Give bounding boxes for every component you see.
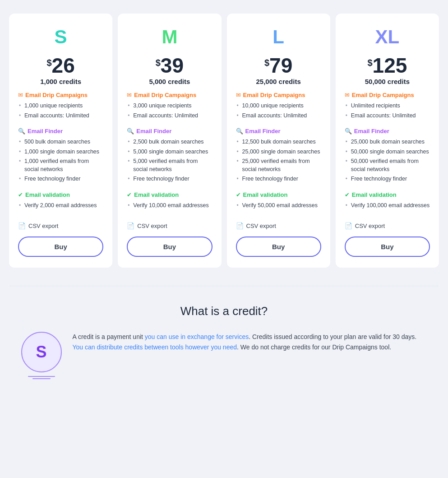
csv-text-l: CSV export [246,223,276,229]
price-dollar-l: $ [264,58,269,68]
feature-section-l-validation: ✔Email validationVerify 50,000 email add… [236,191,321,213]
credit-section: What is a credit? S A credit is a paymen… [0,286,448,397]
price-amount-m: 39 [161,55,184,76]
feature-header-text-l-finder[interactable]: Email Finder [245,128,281,135]
feature-icon-l-finder: 🔍 [236,128,243,135]
feature-item-l-finder-2: 25,000 verified emails from social netwo… [236,157,321,174]
credit-coin-icon: S [21,332,62,372]
credit-coin-letter: S [36,343,46,362]
csv-text-s: CSV export [28,223,58,229]
price-amount-l: 79 [269,55,292,76]
plan-letter-l: L [272,26,284,48]
plan-letter-xl: XL [375,26,400,48]
feature-list-xl-finder: 25,000 bulk domain searches50,000 single… [345,137,430,184]
feature-header-l-drip: ✉Email Drip Campaigns [236,92,321,98]
feature-item-l-finder-3: Free technology finder [236,174,321,184]
feature-header-text-s-drip[interactable]: Email Drip Campaigns [25,92,88,98]
feature-list-xl-validation: Verify 100,000 email addresses [345,201,430,211]
plan-letter-m: M [162,26,177,48]
credit-link-1: you can use in exchange for services [145,333,249,340]
feature-header-s-finder: 🔍Email Finder [18,128,103,135]
feature-item-xl-finder-1: 50,000 single domain searches [345,147,430,157]
price-dollar-xl: $ [367,58,372,68]
feature-section-s-validation: ✔Email validationVerify 2,000 email addr… [18,191,103,213]
feature-item-l-drip-0: 10,000 unique recipients [236,101,321,111]
feature-header-text-l-validation[interactable]: Email validation [243,191,288,198]
feature-header-xl-validation: ✔Email validation [345,191,430,198]
feature-item-s-finder-3: Free technology finder [18,174,103,184]
plan-credits-m: 5,000 credits [149,78,190,85]
feature-icon-m-validation: ✔ [127,191,132,198]
coin-lines [28,376,55,379]
feature-header-text-xl-drip[interactable]: Email Drip Campaigns [352,92,414,98]
credit-link-2: You can distribute credits between tools… [73,343,237,351]
feature-list-m-finder: 2,500 bulk domain searches5,000 single d… [127,137,212,184]
buy-button-m[interactable]: Buy [127,237,212,257]
feature-header-xl-drip: ✉Email Drip Campaigns [345,92,430,98]
csv-row-l: 📄CSV export [236,222,321,229]
feature-header-text-m-validation[interactable]: Email validation [134,191,179,198]
feature-icon-l-drip: ✉ [236,92,241,98]
buy-button-s[interactable]: Buy [18,237,103,257]
csv-row-s: 📄CSV export [18,222,103,229]
feature-header-m-drip: ✉Email Drip Campaigns [127,92,212,98]
feature-section-m-validation: ✔Email validationVerify 10,000 email add… [127,191,212,213]
feature-header-text-m-finder[interactable]: Email Finder [136,128,171,135]
credit-title: What is a credit? [14,304,434,318]
feature-header-text-xl-finder[interactable]: Email Finder [354,128,389,135]
price-amount-xl: 125 [373,55,407,76]
plan-credits-s: 1,000 credits [40,78,81,85]
csv-icon-xl: 📄 [345,222,352,229]
plan-credits-l: 25,000 credits [256,78,301,85]
feature-header-text-xl-validation[interactable]: Email validation [352,191,397,198]
plan-card-l: L$7925,000 credits✉Email Drip Campaigns1… [227,14,330,268]
csv-row-m: 📄CSV export [127,222,212,229]
feature-item-s-finder-0: 500 bulk domain searches [18,137,103,147]
feature-list-l-drip: 10,000 unique recipientsEmail accounts: … [236,101,321,121]
feature-item-m-validation-0: Verify 10,000 email addresses [127,201,212,211]
feature-list-m-drip: 3,000 unique recipientsEmail accounts: U… [127,101,212,121]
feature-header-text-m-drip[interactable]: Email Drip Campaigns [134,92,196,98]
feature-section-s-drip: ✉Email Drip Campaigns1,000 unique recipi… [18,92,103,123]
coin-line-1 [28,376,55,377]
feature-header-m-validation: ✔Email validation [127,191,212,198]
feature-section-xl-drip: ✉Email Drip CampaignsUnlimited recipient… [345,92,430,123]
feature-list-l-validation: Verify 50,000 email addresses [236,201,321,211]
feature-item-xl-finder-0: 25,000 bulk domain searches [345,137,430,147]
coin-line-2 [32,378,51,379]
plan-letter-s: S [55,26,67,48]
credit-body: S A credit is a payment unit you can use… [21,332,427,379]
csv-icon-s: 📄 [18,222,26,229]
feature-item-m-finder-0: 2,500 bulk domain searches [127,137,212,147]
feature-header-l-validation: ✔Email validation [236,191,321,198]
price-dollar-s: $ [46,58,51,68]
feature-item-xl-finder-2: 50,000 verified emails from social netwo… [345,157,430,174]
plan-price-m: $39 [156,55,184,76]
csv-icon-m: 📄 [127,222,134,229]
feature-header-text-s-finder[interactable]: Email Finder [28,128,63,135]
feature-item-xl-finder-3: Free technology finder [345,174,430,184]
feature-icon-l-validation: ✔ [236,191,241,198]
feature-list-l-finder: 12,500 bulk domain searches25,000 single… [236,137,321,184]
plan-price-xl: $125 [367,55,407,76]
buy-button-l[interactable]: Buy [236,237,321,257]
feature-item-s-finder-2: 1,000 verified emails from social networ… [18,157,103,174]
feature-item-s-finder-1: 1,000 single domain searches [18,147,103,157]
feature-item-m-drip-0: 3,000 unique recipients [127,101,212,111]
buy-button-xl[interactable]: Buy [345,237,430,257]
feature-header-text-s-validation[interactable]: Email validation [25,191,70,198]
csv-text-m: CSV export [137,223,167,229]
feature-section-m-drip: ✉Email Drip Campaigns3,000 unique recipi… [127,92,212,123]
feature-icon-xl-drip: ✉ [345,92,350,98]
feature-item-l-validation-0: Verify 50,000 email addresses [236,201,321,211]
feature-list-m-validation: Verify 10,000 email addresses [127,201,212,211]
feature-header-s-drip: ✉Email Drip Campaigns [18,92,103,98]
feature-item-l-finder-0: 12,500 bulk domain searches [236,137,321,147]
feature-list-xl-drip: Unlimited recipientsEmail accounts: Unli… [345,101,430,121]
feature-item-s-validation-0: Verify 2,000 email addresses [18,201,103,211]
plan-credits-xl: 50,000 credits [365,78,410,85]
feature-header-m-finder: 🔍Email Finder [127,128,212,135]
csv-row-xl: 📄CSV export [345,222,430,229]
plan-card-s: S$261,000 credits✉Email Drip Campaigns1,… [9,14,112,268]
feature-header-text-l-drip[interactable]: Email Drip Campaigns [243,92,305,98]
